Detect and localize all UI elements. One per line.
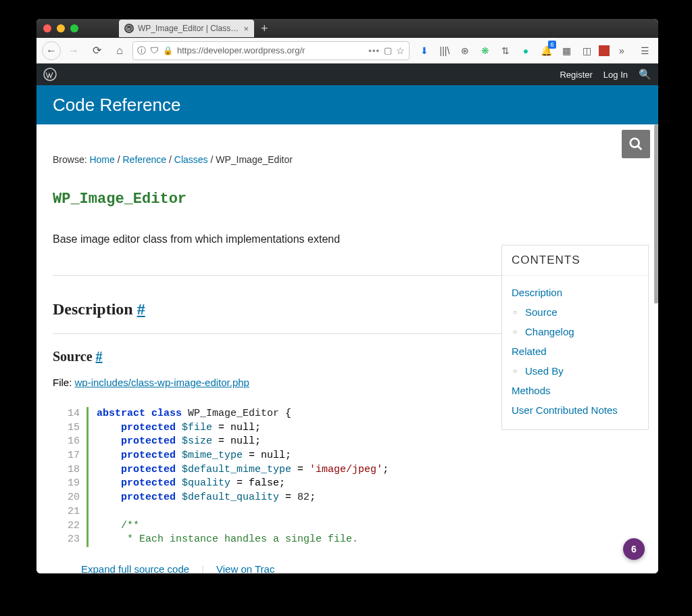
overflow-icon[interactable]: » [614, 43, 630, 59]
wpbar-search-icon[interactable]: 🔍 [639, 68, 651, 80]
contents-panel: CONTENTS DescriptionSourceChangelogRelat… [501, 245, 649, 430]
lastpass-icon[interactable]: ⊛ [457, 43, 473, 59]
extension-icon-1[interactable]: ⇅ [497, 43, 514, 59]
minimize-window-button[interactable] [57, 24, 65, 32]
page-actions-icon[interactable]: ••• [368, 45, 380, 55]
toc-link[interactable]: Used By [525, 365, 564, 377]
extension-icon-2[interactable]: ▦ [558, 43, 574, 59]
toc-link[interactable]: Description [512, 287, 562, 298]
toc-item: Description [512, 283, 639, 302]
wordpress-admin-bar: Register Log In 🔍 [36, 64, 658, 85]
page-content: Browse: Home / Reference / Classes / WP_… [36, 124, 658, 573]
breadcrumb-reference[interactable]: Reference [123, 154, 167, 165]
breadcrumb-label: Browse: [53, 154, 87, 165]
url-text: https://developer.wordpress.org/r [177, 45, 364, 55]
back-button[interactable]: ← [42, 41, 61, 60]
pocket-icon[interactable]: ▢ [384, 45, 392, 55]
scrollbar[interactable] [654, 124, 658, 304]
evernote-icon[interactable]: ❋ [477, 43, 493, 59]
grammarly-icon[interactable]: ● [518, 43, 534, 59]
code-lines: abstract class WP_Image_Editor { protect… [89, 407, 389, 547]
sidebar-icon[interactable]: ◫ [578, 43, 595, 59]
source-links: Expand full source code | View on Trac [81, 563, 638, 573]
source-anchor[interactable]: # [96, 349, 103, 364]
url-toolbar: ← → ⟳ ⌂ ⓘ 🛡 🔒 https://developer.wordpres… [36, 38, 658, 64]
bookmark-star-icon[interactable]: ☆ [396, 45, 405, 56]
hamburger-menu-icon[interactable]: ☰ [637, 43, 653, 59]
traffic-lights [43, 24, 78, 32]
titlebar: WP_Image_Editor | Class | Word × + [36, 19, 658, 38]
contents-heading: CONTENTS [502, 245, 648, 276]
toc-link[interactable]: Related [512, 346, 547, 357]
breadcrumb: Browse: Home / Reference / Classes / WP_… [53, 154, 638, 165]
contents-list: DescriptionSourceChangelogRelatedUsed By… [502, 276, 648, 429]
description-anchor[interactable]: # [137, 300, 145, 318]
toc-link[interactable]: Methods [512, 385, 551, 396]
lock-icon: 🔒 [163, 46, 173, 55]
login-link[interactable]: Log In [603, 70, 628, 80]
toc-link[interactable]: Source [525, 306, 558, 318]
page-summary: Base image editor class from which imple… [53, 233, 638, 245]
browser-tab[interactable]: WP_Image_Editor | Class | Word × [119, 20, 254, 37]
breadcrumb-home[interactable]: Home [89, 154, 114, 165]
svg-point-1 [44, 68, 56, 80]
extension-icon-3[interactable] [599, 45, 610, 56]
toc-item: Methods [512, 381, 639, 400]
home-button[interactable]: ⌂ [109, 41, 130, 61]
notification-bell-icon[interactable]: 🔔6 [538, 43, 554, 59]
bell-badge: 6 [548, 41, 556, 49]
tab-title: WP_Image_Editor | Class | Word [138, 24, 239, 33]
toc-link[interactable]: User Contributed Notes [512, 404, 618, 416]
line-numbers: 14151617181920212223 [68, 407, 89, 547]
breadcrumb-classes[interactable]: Classes [174, 154, 208, 165]
source-file-link[interactable]: wp-includes/class-wp-image-editor.php [75, 377, 249, 388]
svg-point-0 [126, 26, 132, 32]
toolbar-icons: ⬇ |||\ ⊛ ❋ ⇅ ● 🔔6 ▦ ◫ » ☰ [416, 43, 653, 59]
wordpress-favicon-icon [124, 24, 134, 33]
toc-link[interactable]: Changelog [525, 326, 574, 337]
library-icon[interactable]: |||\ [437, 43, 453, 59]
register-link[interactable]: Register [560, 70, 592, 80]
browser-window: WP_Image_Editor | Class | Word × + ← → ⟳… [36, 19, 658, 573]
shield-icon: 🛡 [150, 45, 159, 55]
reload-button[interactable]: ⟳ [86, 41, 107, 61]
wordpress-logo-icon[interactable] [43, 68, 57, 81]
new-tab-button[interactable]: + [261, 22, 268, 36]
expand-source-link[interactable]: Expand full source code [81, 563, 189, 573]
tab-close-icon[interactable]: × [243, 24, 249, 34]
toc-item: Source [512, 302, 639, 322]
toc-item: Related [512, 341, 639, 361]
banner-title: Code Reference [53, 95, 180, 116]
forward-button[interactable]: → [64, 41, 84, 61]
breadcrumb-current: WP_Image_Editor [216, 154, 293, 165]
zoom-window-button[interactable] [70, 24, 78, 32]
toc-item: Used By [512, 361, 639, 381]
info-icon: ⓘ [137, 45, 146, 57]
address-bar[interactable]: ⓘ 🛡 🔒 https://developer.wordpress.org/r … [132, 41, 410, 60]
close-window-button[interactable] [43, 24, 51, 32]
download-icon[interactable]: ⬇ [416, 43, 432, 59]
site-banner: Code Reference [36, 85, 658, 124]
notification-badge[interactable]: 6 [623, 538, 645, 560]
toc-item: User Contributed Notes [512, 400, 639, 420]
view-trac-link[interactable]: View on Trac [216, 563, 274, 573]
page-title: WP_Image_Editor [53, 191, 638, 208]
toc-item: Changelog [512, 322, 639, 341]
